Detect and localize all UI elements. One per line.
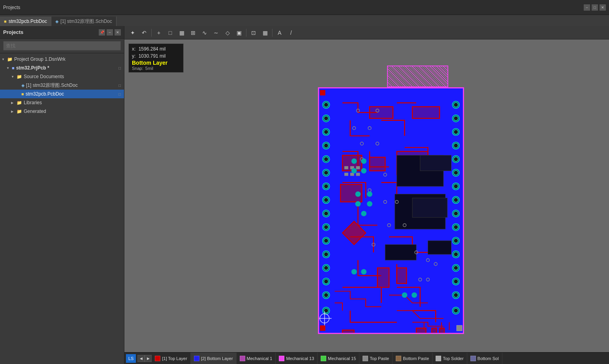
folder-icon-source-docs: 📁: [17, 74, 22, 79]
svg-point-119: [351, 158, 357, 164]
svg-point-124: [361, 269, 367, 275]
badge-sch-doc: □: [118, 83, 121, 88]
layer-item-top-paste[interactable]: Top Paste: [359, 353, 393, 364]
label-project-group: Project Group 1.DsnWrk: [14, 56, 66, 62]
svg-point-86: [368, 127, 371, 130]
tool-wave2[interactable]: ∼: [211, 28, 221, 38]
svg-point-101: [426, 278, 429, 281]
badge-pcb-doc: □: [118, 92, 121, 96]
layer-item-bottom-paste[interactable]: Bottom Paste: [393, 353, 432, 364]
tool-diamond[interactable]: ◇: [222, 28, 233, 38]
title-bar-controls: – □ ✕: [584, 4, 606, 11]
svg-rect-107: [356, 173, 360, 176]
layer-swatch-top-solder: [436, 356, 441, 361]
layer-item-top[interactable]: [1] Top Layer: [152, 353, 190, 364]
toolbar-divider-3: [272, 29, 273, 37]
restore-button[interactable]: □: [592, 4, 598, 11]
tree-item-pcb-doc[interactable]: ▶ ■ stm32pcb.PcbDoc □: [0, 90, 124, 98]
svg-point-98: [426, 259, 429, 262]
svg-point-87: [360, 142, 363, 145]
layer-swatch-mech15: [321, 356, 326, 361]
toolbar-divider-1: [151, 29, 152, 37]
right-area: ✦ ↶ + □ ▦ ⊞ ∿ ∼ ◇ ▣ ⊡ ▦ A / x: 1596.284 …: [124, 26, 609, 364]
svg-point-120: [361, 158, 367, 164]
tool-merge[interactable]: ⊞: [188, 28, 198, 38]
svg-rect-79: [420, 155, 451, 171]
svg-rect-80: [412, 198, 447, 218]
layer-ls-button[interactable]: LS: [126, 354, 136, 363]
left-panel: Projects 📌 – ✕ ▼ 📁 Project Group 1.DsnWr…: [0, 26, 124, 364]
svg-rect-75: [432, 328, 436, 333]
svg-point-123: [351, 269, 357, 275]
label-sch-doc: [1] stm32原理图.SchDoc: [26, 82, 78, 89]
layer-swatch-bottom: [194, 356, 199, 361]
tree-item-libraries[interactable]: ▶ 📁 Libraries: [0, 98, 124, 107]
tree-item-sch-doc[interactable]: ▶ ◈ [1] stm32原理图.SchDoc □: [0, 81, 124, 90]
project-icon: ■: [12, 66, 15, 70]
panel-close-button[interactable]: ✕: [115, 29, 121, 36]
layer-item-mech1[interactable]: Mechanical 1: [237, 353, 276, 364]
svg-point-88: [376, 142, 379, 145]
svg-rect-73: [342, 330, 354, 333]
main-content: Projects 📌 – ✕ ▼ 📁 Project Group 1.DsnWr…: [0, 26, 609, 364]
label-libraries: Libraries: [24, 100, 42, 105]
layer-label-mech15: Mechanical 15: [328, 356, 356, 361]
layer-nav-left[interactable]: ◀: [137, 355, 145, 362]
tool-select[interactable]: ✦: [128, 28, 138, 38]
close-button[interactable]: ✕: [600, 4, 606, 11]
search-bar: [0, 39, 124, 53]
layer-item-mech15[interactable]: Mechanical 15: [318, 353, 359, 364]
tool-add[interactable]: +: [154, 28, 164, 38]
tab-sch[interactable]: ◈ [1] stm32原理图.SchDoc: [51, 17, 117, 26]
pcb-hatch-area: [387, 66, 448, 87]
svg-rect-72: [397, 268, 407, 283]
svg-rect-74: [416, 328, 426, 333]
layer-swatch-top: [155, 356, 160, 361]
svg-point-99: [434, 263, 437, 266]
layer-item-top-solder[interactable]: Top Solder: [432, 353, 467, 364]
svg-point-114: [355, 191, 361, 197]
tool-chart[interactable]: ▦: [260, 28, 270, 38]
tree-item-project-group[interactable]: ▼ 📁 Project Group 1.DsnWrk: [0, 55, 124, 64]
layer-item-mech13[interactable]: Mechanical 13: [276, 353, 318, 364]
pcb-icon: ■: [21, 92, 24, 96]
pcb-container: [318, 87, 464, 334]
tool-back[interactable]: ↶: [139, 28, 149, 38]
tree-item-stm32-project[interactable]: ▼ ■ stm32.PrjPcb * □: [0, 64, 124, 72]
pcb-board: [318, 87, 464, 334]
tree-item-source-docs[interactable]: ▼ 📁 Source Documents: [0, 72, 124, 81]
tree-item-generated[interactable]: ▶ 📁 Generated: [0, 107, 124, 116]
svg-rect-104: [356, 166, 360, 169]
canvas-area[interactable]: x: 1596.284 mil y: 1030.791 mil Bottom L…: [124, 39, 609, 352]
search-input[interactable]: [3, 41, 121, 51]
project-tree: ▼ 📁 Project Group 1.DsnWrk ▼ ■ stm32.Prj…: [0, 53, 124, 364]
svg-point-125: [402, 293, 407, 298]
panel-minimize-button[interactable]: –: [107, 29, 113, 36]
layer-item-bottom[interactable]: [2] Bottom Layer: [191, 353, 237, 364]
layer-item-bottom-sol[interactable]: Bottom Sol: [467, 353, 502, 364]
layer-bar: LS ◀ ▶ [1] Top Layer [2] Bottom Layer Me…: [124, 352, 609, 364]
coordinate-tooltip: x: 1596.284 mil y: 1030.791 mil Bottom L…: [128, 43, 184, 73]
layer-label-mech13: Mechanical 13: [286, 356, 314, 361]
tool-grid[interactable]: ▦: [177, 28, 187, 38]
tool-check[interactable]: ⊡: [248, 28, 259, 38]
tab-pcb[interactable]: ■ stm32pcb.PcbDoc: [0, 17, 51, 26]
layer-nav-right[interactable]: ▶: [145, 355, 152, 362]
layer-swatch-bottom-paste: [396, 356, 401, 361]
minimize-button[interactable]: –: [584, 4, 590, 11]
svg-rect-64: [370, 107, 393, 118]
svg-point-90: [383, 173, 387, 176]
svg-rect-109: [457, 325, 462, 331]
tool-text[interactable]: A: [274, 28, 285, 38]
tool-line[interactable]: /: [286, 28, 296, 38]
tool-rect[interactable]: □: [165, 28, 175, 38]
svg-point-100: [419, 278, 422, 281]
tab-bar: ■ stm32pcb.PcbDoc ◈ [1] stm32原理图.SchDoc: [0, 15, 609, 26]
svg-point-91: [368, 189, 371, 192]
tool-wave[interactable]: ∿: [199, 28, 210, 38]
svg-rect-71: [377, 268, 389, 287]
tool-fill[interactable]: ▣: [234, 28, 244, 38]
sch-tab-icon: ◈: [55, 19, 58, 24]
panel-pin-button[interactable]: 📌: [99, 29, 105, 36]
svg-rect-65: [412, 107, 440, 118]
